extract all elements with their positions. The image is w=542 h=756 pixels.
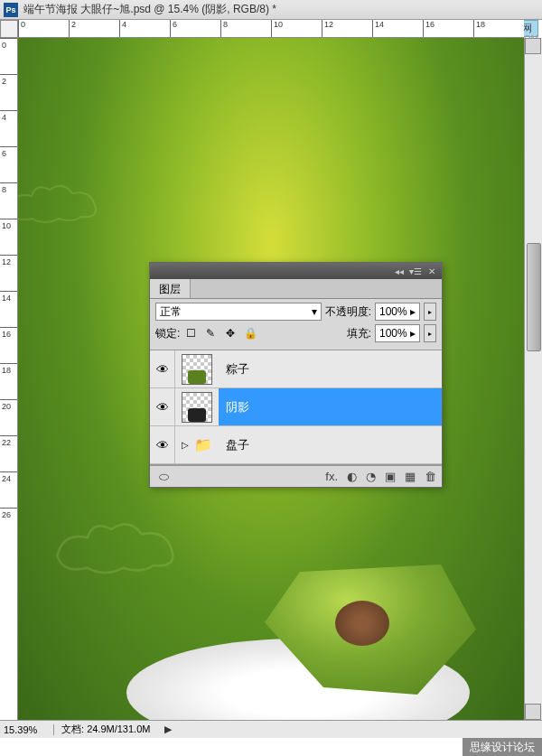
fill-field[interactable]: 100% ▸	[375, 324, 420, 342]
watermark-bottom-badge: 思缘设计论坛	[463, 738, 542, 756]
blend-mode-value: 正常	[160, 304, 182, 320]
lock-position-icon[interactable]: ✥	[223, 326, 238, 341]
folder-icon: 📁	[194, 436, 212, 453]
caret-icon: ▸	[410, 305, 416, 318]
scroll-thumb[interactable]	[527, 243, 541, 351]
vertical-scrollbar[interactable]	[524, 38, 542, 720]
horizontal-ruler[interactable]: 0 2 4 6 8 10 12 14 16 18	[18, 20, 524, 38]
opacity-label: 不透明度:	[325, 304, 371, 320]
info-menu-arrow-icайon[interactable]: ▶	[164, 723, 172, 735]
new-layer-icon[interactable]: ▦	[405, 470, 416, 483]
blend-mode-select[interactable]: 正常 ▾	[155, 303, 322, 321]
layers-list: 👁 粽子 👁 阴影 👁 ▷📁 盘子	[150, 350, 442, 465]
fx-icon[interactable]: fx.	[325, 470, 338, 483]
fill-slider-button[interactable]: ▸	[424, 324, 436, 342]
dropdown-caret-icon: ▾	[312, 305, 317, 318]
layer-name[interactable]: 粽子	[219, 350, 442, 387]
scroll-down-arrow[interactable]	[525, 704, 541, 720]
trash-icon[interactable]: 🗑	[425, 470, 436, 483]
opacity-slider-button[interactable]: ▸	[424, 303, 436, 321]
mask-icon[interactable]: ◐	[347, 470, 357, 483]
layer-name[interactable]: 阴影	[219, 388, 442, 425]
panel-controls: 正常 ▾ 不透明度: 100% ▸ ▸ 锁定: ☐ ✎ ✥ 🔒 填充: 100%…	[150, 299, 442, 350]
panel-menu-icon[interactable]: ▾☰	[409, 266, 422, 276]
panel-tabs: 图层	[150, 279, 442, 299]
cloud-decoration	[18, 173, 108, 230]
status-bar: 15.39% 文档: 24.9M/131.0M ▶	[0, 720, 542, 738]
collapse-icon[interactable]: ◂◂	[393, 266, 406, 276]
zongzi-artwork	[181, 539, 524, 720]
link-layers-icon[interactable]: ⬭	[159, 470, 169, 484]
lock-transparency-icon[interactable]: ☐	[183, 326, 198, 341]
cloud-decoration	[45, 508, 190, 583]
vertical-ruler[interactable]: 0 2 4 6 8 10 12 14 16 18 20 22 24 26	[0, 38, 18, 720]
lock-label: 锁定:	[155, 326, 180, 341]
close-icon[interactable]: ✕	[425, 266, 438, 276]
layer-row-shadow[interactable]: 👁 阴影	[150, 388, 442, 426]
visibility-toggle[interactable]: 👁	[150, 426, 175, 463]
visibility-toggle[interactable]: 👁	[150, 350, 175, 387]
adjustment-icon[interactable]: ◔	[366, 470, 376, 483]
visibility-toggle[interactable]: 👁	[150, 388, 175, 425]
eye-icon: 👁	[156, 400, 169, 415]
fill-label: 填充:	[347, 326, 371, 341]
eye-icon: 👁	[156, 438, 169, 453]
tab-layers[interactable]: 图层	[150, 279, 191, 298]
layers-panel[interactable]: ◂◂ ▾☰ ✕ 图层 正常 ▾ 不透明度: 100% ▸ ▸ 锁定: ☐ ✎ ✥…	[149, 262, 443, 488]
layer-thumbnail[interactable]	[182, 392, 212, 423]
layer-row-zongzi[interactable]: 👁 粽子	[150, 350, 442, 388]
layer-thumbnail[interactable]	[182, 354, 212, 385]
title-bar: Ps 端午节海报 大眼仔~旭.psd @ 15.4% (阴影, RGB/8) *	[0, 0, 542, 20]
photoshop-icon: Ps	[4, 3, 18, 17]
document-size-info[interactable]: 文档: 24.9M/131.0M	[54, 723, 157, 736]
layer-name[interactable]: 盘子	[219, 426, 442, 463]
ruler-origin[interactable]	[0, 20, 18, 38]
opacity-field[interactable]: 100% ▸	[375, 303, 420, 321]
lock-pixels-icon[interactable]: ✎	[203, 326, 218, 341]
lock-all-icon[interactable]: 🔒	[243, 326, 257, 341]
layer-row-plate-group[interactable]: 👁 ▷📁 盘子	[150, 426, 442, 464]
eye-icon: 👁	[156, 362, 169, 377]
scroll-up-arrow[interactable]	[525, 38, 541, 54]
caret-icon: ▸	[410, 327, 416, 340]
zoom-input[interactable]: 15.39%	[0, 724, 54, 735]
panel-footer: ⬭ fx. ◐ ◔ ▣ ▦ 🗑	[150, 465, 442, 487]
panel-header[interactable]: ◂◂ ▾☰ ✕	[150, 263, 442, 279]
document-title: 端午节海报 大眼仔~旭.psd @ 15.4% (阴影, RGB/8) *	[23, 2, 276, 17]
zongzi-body	[253, 557, 488, 702]
group-expand-icon[interactable]: ▷	[182, 440, 189, 450]
group-icon[interactable]: ▣	[385, 470, 396, 483]
